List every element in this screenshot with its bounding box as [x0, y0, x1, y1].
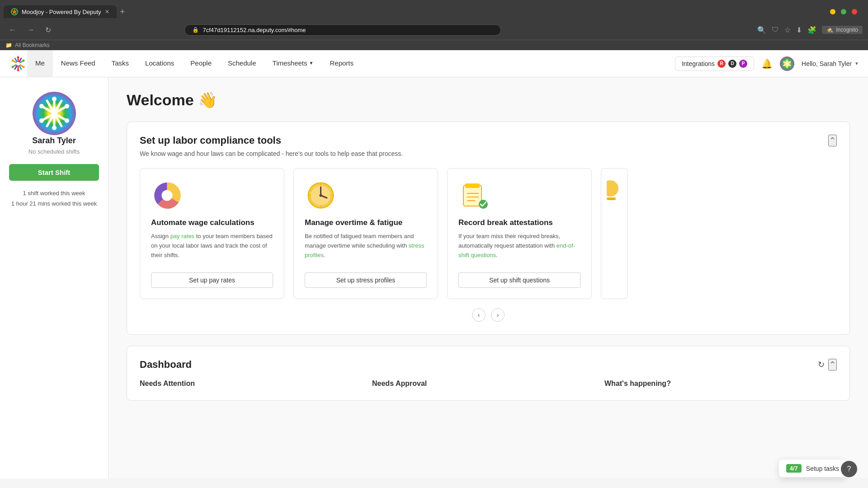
setup-tasks-label: Setup tasks	[806, 465, 839, 472]
labor-section-collapse-button[interactable]: ⌃	[828, 135, 837, 146]
svg-point-50	[607, 180, 618, 197]
svg-point-26	[51, 110, 58, 117]
tab-close-icon[interactable]: ✕	[105, 9, 109, 15]
svg-point-9	[17, 56, 19, 58]
nav-item-me[interactable]: Me	[27, 50, 53, 77]
window-close-button[interactable]	[852, 9, 857, 14]
address-bar[interactable]: 🔒 7cf47d19112152.na.deputy.com/#home	[184, 24, 501, 36]
setup-tasks-widget[interactable]: 4/7 Setup tasks	[779, 460, 846, 477]
search-icon[interactable]: 🔍	[757, 26, 766, 34]
tab-favicon	[11, 8, 18, 15]
sidebar-user-avatar	[32, 91, 77, 136]
dashboard-title: Dashboard	[140, 359, 192, 371]
svg-rect-45	[465, 183, 480, 188]
nav-item-people[interactable]: People	[182, 50, 220, 77]
forward-button[interactable]: →	[24, 24, 38, 36]
setup-shift-questions-button[interactable]: Set up shift questions	[458, 272, 580, 288]
tool-card-partial	[601, 168, 628, 299]
integration-dot-purple: P	[739, 60, 747, 68]
sidebar-stats: 1 shift worked this week 1 hour 21 mins …	[11, 188, 97, 209]
incognito-badge: 🕵 Incognito	[822, 26, 863, 34]
help-button[interactable]: ?	[841, 461, 857, 477]
dashboard-columns: Needs Attention Needs Approval What's ha…	[140, 380, 837, 388]
notifications-bell-icon[interactable]: 🔔	[761, 58, 773, 69]
dashboard-collapse-button[interactable]: ⌃	[828, 359, 837, 371]
url-text: 7cf47d19112152.na.deputy.com/#home	[203, 27, 306, 33]
tools-grid: Automate wage calculations Assign pay ra…	[140, 168, 837, 299]
needs-approval-title: Needs Approval	[372, 380, 594, 388]
svg-point-30	[65, 118, 69, 123]
stat-shifts-worked: 1 shift worked this week	[11, 188, 97, 198]
back-button[interactable]: ←	[5, 24, 20, 36]
dashboard-refresh-icon[interactable]: ↻	[818, 360, 825, 370]
breaks-tool-title: Record break attestations	[458, 218, 580, 227]
labor-section-title: Set up labor compliance tools	[140, 135, 281, 146]
overtime-tool-desc: Be notified of fatigued team members and…	[305, 232, 427, 263]
window-minimize-button[interactable]	[830, 9, 835, 14]
svg-rect-44	[463, 185, 481, 206]
tool-card-wage: Automate wage calculations Assign pay ra…	[140, 168, 284, 299]
dashboard-section: Dashboard ↻ ⌃ Needs Attention Needs Appr…	[127, 346, 850, 401]
refresh-button[interactable]: ↻	[42, 24, 55, 36]
nav-item-reports[interactable]: Reports	[321, 50, 362, 77]
extensions-icon[interactable]: 🧩	[807, 26, 816, 34]
nav-item-schedule[interactable]: Schedule	[220, 50, 264, 77]
whats-happening-col: What's happening?	[604, 380, 837, 388]
download-icon[interactable]: ⬇	[796, 26, 802, 34]
timesheets-dropdown-icon: ▼	[309, 61, 314, 66]
integration-dot-dark: D	[728, 60, 736, 68]
browser-tab[interactable]: Moodjoy - Powered By Deputy ✕	[4, 5, 117, 18]
nav-item-timesheets[interactable]: Timesheets ▼	[264, 50, 322, 77]
svg-point-27	[52, 97, 57, 101]
shield-icon[interactable]: 🛡	[772, 26, 779, 34]
carousel-prev-button[interactable]: ‹	[472, 308, 486, 322]
start-shift-button[interactable]: Start Shift	[9, 164, 99, 181]
new-tab-button[interactable]: +	[117, 5, 129, 19]
svg-point-13	[12, 66, 14, 68]
nav-item-tasks[interactable]: Tasks	[104, 50, 137, 77]
tool-card-breaks: Record break attestations If your team m…	[447, 168, 592, 299]
pay-rates-link[interactable]: pay rates	[170, 233, 194, 239]
overtime-icon	[305, 179, 336, 211]
main-content: Welcome 👋 Set up labor compliance tools …	[108, 77, 868, 479]
svg-point-11	[12, 59, 14, 61]
svg-point-32	[65, 104, 69, 108]
svg-rect-51	[607, 197, 616, 200]
tool-card-overtime: Manage overtime & fatigue Be notified of…	[293, 168, 438, 299]
wage-icon	[151, 179, 183, 211]
breaks-icon	[458, 179, 490, 211]
nav-item-news-feed[interactable]: News Feed	[53, 50, 104, 77]
svg-point-19	[786, 62, 788, 65]
nav-item-locations[interactable]: Locations	[137, 50, 182, 77]
integrations-button[interactable]: Integrations R D P	[675, 56, 754, 71]
setup-tasks-badge: 4/7	[786, 464, 802, 473]
app-logo[interactable]	[9, 55, 27, 73]
carousel-next-button[interactable]: ›	[491, 308, 505, 322]
setup-stress-profiles-button[interactable]: Set up stress profiles	[305, 272, 427, 288]
app-nav: Me News Feed Tasks Locations People Sche…	[0, 50, 868, 77]
nav-user-avatar[interactable]	[780, 56, 794, 71]
stat-hours-worked: 1 hour 21 mins worked this week	[11, 198, 97, 209]
svg-point-8	[16, 62, 20, 66]
carousel-nav: ‹ ›	[140, 308, 837, 322]
breaks-tool-desc: If your team miss their required breaks,…	[458, 232, 580, 263]
hello-user-menu[interactable]: Hello, Sarah Tyler ▼	[802, 60, 859, 67]
nav-items: Me News Feed Tasks Locations People Sche…	[27, 50, 362, 77]
user-sidebar: Sarah Tyler No scheduled shifts Start Sh…	[0, 77, 108, 479]
svg-point-39	[319, 194, 322, 197]
wage-tool-title: Automate wage calculations	[151, 218, 273, 227]
needs-approval-col: Needs Approval	[372, 380, 604, 388]
wage-tool-desc: Assign pay rates to your team members ba…	[151, 232, 273, 263]
star-icon[interactable]: ☆	[784, 26, 791, 34]
integration-dot-red: R	[717, 60, 726, 68]
labor-section-description: We know wage and hour laws can be compli…	[140, 150, 837, 157]
window-maximize-button[interactable]	[841, 9, 846, 14]
setup-pay-rates-button[interactable]: Set up pay rates	[151, 272, 273, 288]
svg-point-10	[17, 69, 19, 71]
svg-point-29	[39, 104, 44, 108]
svg-point-12	[23, 66, 25, 68]
tab-title: Moodjoy - Powered By Deputy	[22, 9, 101, 15]
needs-attention-title: Needs Attention	[140, 380, 361, 388]
needs-attention-col: Needs Attention	[140, 380, 372, 388]
nav-right: Integrations R D P 🔔	[675, 56, 859, 71]
